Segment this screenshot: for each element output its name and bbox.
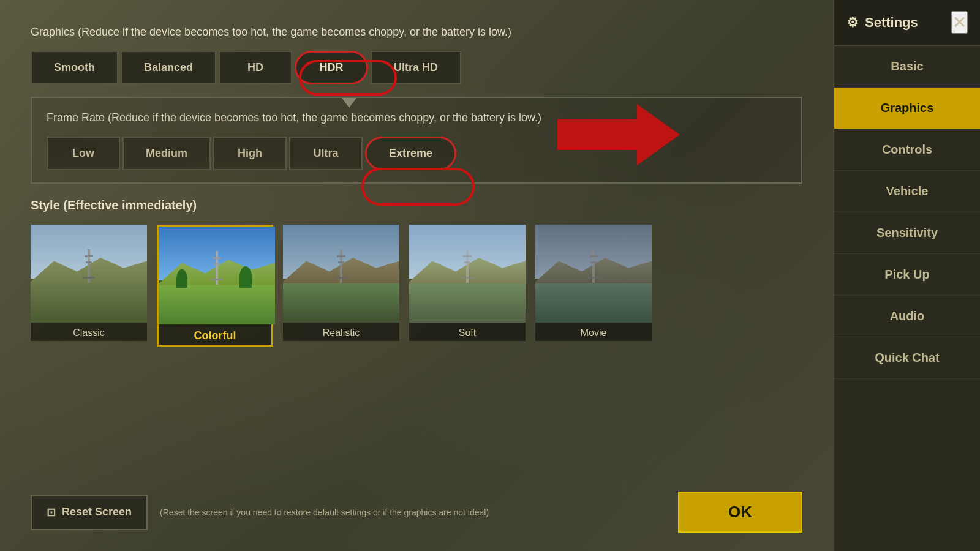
sidebar-nav: Basic Graphics Controls Vehicle Sensitiv…: [834, 46, 980, 551]
svg-rect-19: [590, 261, 597, 263]
realistic-label: Realistic: [283, 323, 399, 341]
gear-icon: ⚙: [846, 15, 859, 31]
close-button[interactable]: ✕: [951, 11, 968, 34]
sidebar: ⚙ Settings ✕ Basic Graphics Controls Veh…: [833, 0, 980, 551]
reset-note: (Reset the screen if you need to restore…: [160, 508, 666, 517]
reset-icon: ⊡: [47, 506, 56, 519]
svg-rect-18: [589, 255, 598, 257]
graphics-quality-label: Graphics (Reduce if the device becomes t…: [31, 24, 802, 40]
soft-label: Soft: [409, 323, 526, 341]
quality-ultrahd-btn[interactable]: Ultra HD: [371, 51, 461, 84]
classic-preview: [31, 225, 147, 323]
svg-rect-8: [211, 279, 223, 280]
sidebar-item-vehicle[interactable]: Vehicle: [834, 171, 980, 212]
framerate-label: Frame Rate (Reduce if the device becomes…: [47, 110, 786, 126]
settings-title-text: Settings: [865, 15, 918, 31]
svg-rect-16: [461, 277, 473, 279]
svg-rect-15: [464, 261, 470, 263]
framerate-extreme-btn[interactable]: Extreme: [365, 137, 456, 170]
style-cards: Classic: [31, 225, 802, 347]
quality-hdr-btn[interactable]: HDR: [295, 51, 368, 84]
main-content: Graphics (Reduce if the device becomes t…: [0, 0, 833, 551]
style-realistic-card[interactable]: Realistic: [283, 225, 399, 347]
svg-rect-20: [587, 277, 600, 279]
quality-smooth-btn[interactable]: Smooth: [31, 51, 118, 84]
colorful-preview: [159, 227, 275, 324]
framerate-medium-btn[interactable]: Medium: [123, 137, 211, 170]
soft-preview: [409, 225, 526, 323]
framerate-high-btn[interactable]: High: [213, 137, 287, 170]
style-colorful-card[interactable]: Colorful: [157, 225, 273, 347]
movie-preview: [535, 225, 652, 323]
framerate-ultra-btn[interactable]: Ultra: [289, 137, 363, 170]
svg-rect-10: [337, 255, 345, 257]
style-movie-card[interactable]: Movie: [535, 225, 652, 347]
svg-rect-11: [338, 261, 344, 263]
sidebar-item-audio[interactable]: Audio: [834, 296, 980, 337]
framerate-section: Frame Rate (Reduce if the device becomes…: [31, 97, 802, 184]
ok-button[interactable]: OK: [678, 492, 802, 533]
graphics-quality-buttons: Smooth Balanced HD HDR Ultra HD: [31, 51, 802, 84]
style-label: Style (Effective immediately): [31, 198, 802, 212]
svg-rect-3: [86, 261, 92, 263]
reset-screen-button[interactable]: ⊡ Reset Screen: [31, 495, 148, 530]
bottom-bar: ⊡ Reset Screen (Reset the screen if you …: [31, 492, 802, 533]
triangle-indicator: [342, 98, 356, 108]
sidebar-item-pickup[interactable]: Pick Up: [834, 254, 980, 296]
svg-rect-14: [463, 255, 472, 257]
quality-balanced-btn[interactable]: Balanced: [121, 51, 216, 84]
reset-label: Reset Screen: [62, 506, 132, 519]
realistic-preview: [283, 225, 399, 323]
colorful-label: Colorful: [159, 324, 271, 345]
framerate-low-btn[interactable]: Low: [47, 137, 120, 170]
svg-rect-4: [83, 277, 95, 279]
svg-rect-2: [85, 255, 93, 257]
sidebar-item-graphics[interactable]: Graphics: [834, 88, 980, 129]
style-soft-card[interactable]: Soft: [409, 225, 526, 347]
sidebar-item-controls[interactable]: Controls: [834, 129, 980, 171]
sidebar-item-basic[interactable]: Basic: [834, 46, 980, 88]
graphics-quality-section: Graphics (Reduce if the device becomes t…: [31, 24, 802, 84]
settings-title: ⚙ Settings: [846, 15, 918, 31]
svg-rect-12: [335, 277, 347, 279]
movie-label: Movie: [535, 323, 652, 341]
svg-rect-7: [214, 263, 220, 265]
quality-hd-btn[interactable]: HD: [219, 51, 292, 84]
svg-rect-6: [213, 257, 221, 259]
framerate-buttons: Low Medium High Ultra Extreme: [47, 137, 786, 170]
sidebar-header: ⚙ Settings ✕: [834, 0, 980, 46]
style-classic-card[interactable]: Classic: [31, 225, 147, 347]
classic-label: Classic: [31, 323, 147, 341]
style-section: Style (Effective immediately): [31, 198, 802, 347]
sidebar-item-sensitivity[interactable]: Sensitivity: [834, 212, 980, 254]
sidebar-item-quickchat[interactable]: Quick Chat: [834, 337, 980, 379]
